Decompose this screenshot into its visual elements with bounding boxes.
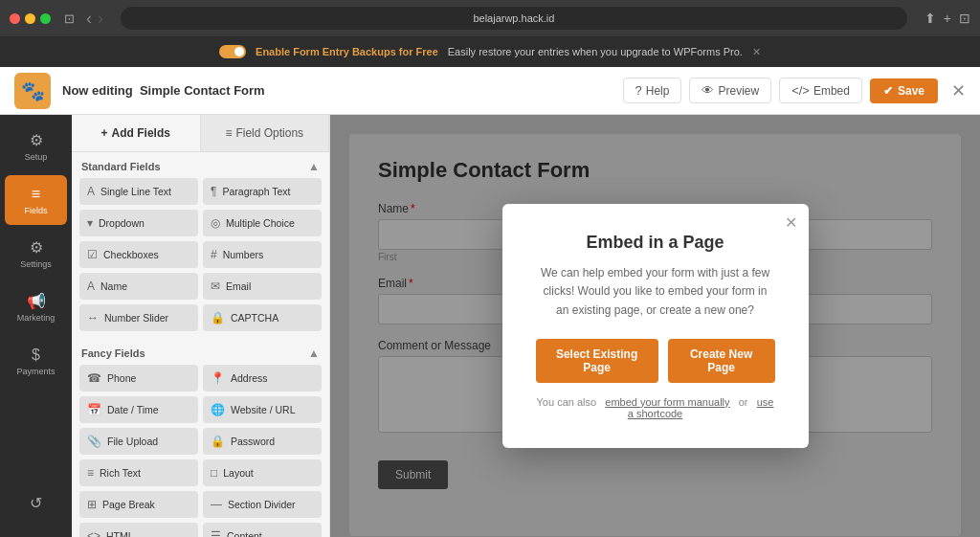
fields-panel: + Add Fields ≡ Field Options Standard Fi… — [72, 115, 330, 537]
modal-close-icon: ✕ — [785, 214, 797, 231]
notification-bar: Enable Form Entry Backups for Free Easil… — [0, 36, 980, 67]
website-icon: 🌐 — [211, 403, 225, 416]
forward-button[interactable]: › — [98, 9, 103, 29]
sidebar-item-undo[interactable]: ↺ — [5, 478, 67, 527]
sidebar-item-settings[interactable]: ⚙ Settings — [5, 229, 67, 279]
back-button[interactable]: ‹ — [86, 9, 92, 29]
tab-field-options[interactable]: ≡ Field Options — [201, 115, 330, 151]
field-file-upload[interactable]: 📎 File Upload — [79, 428, 198, 455]
section-divider-icon: — — [211, 498, 222, 511]
notification-desc: Easily restore your entries when you upg… — [448, 46, 743, 57]
sidebar-label-fields: Fields — [24, 206, 47, 215]
tabs-icon[interactable]: ⊡ — [959, 11, 970, 26]
field-label: Phone — [107, 372, 136, 384]
tab-add-fields[interactable]: + Add Fields — [72, 115, 201, 151]
sidebar: ⚙ Setup ≡ Fields ⚙ Settings 📢 Marketing … — [0, 115, 72, 537]
field-website-url[interactable]: 🌐 Website / URL — [203, 396, 322, 423]
select-existing-page-button[interactable]: Select Existing Page — [536, 339, 658, 383]
field-number-slider[interactable]: ↔ Number Slider — [79, 304, 198, 331]
field-label: Multiple Choice — [226, 217, 295, 229]
field-label: Address — [231, 372, 268, 384]
close-editor-button[interactable]: ✕ — [951, 80, 966, 101]
field-rich-text[interactable]: ≡ Rich Text — [79, 459, 198, 486]
sidebar-label-marketing: Marketing — [17, 313, 56, 323]
sidebar-item-marketing[interactable]: 📢 Marketing — [5, 282, 67, 332]
field-label: Website / URL — [231, 404, 296, 415]
save-button[interactable]: ✔ Save — [870, 78, 938, 103]
address-bar[interactable]: belajarwp.hack.id — [121, 7, 907, 30]
standard-fields-grid: A Single Line Text ¶ Paragraph Text ▾ Dr… — [72, 178, 329, 339]
fancy-fields-toggle[interactable]: ▲ — [308, 347, 320, 360]
field-label: Number Slider — [104, 312, 168, 324]
field-label: Email — [226, 280, 251, 292]
field-content[interactable]: ☰ Content — [203, 523, 322, 537]
minimize-window-button[interactable] — [25, 13, 35, 24]
field-label: Page Break — [102, 499, 155, 510]
backup-toggle[interactable] — [219, 45, 246, 58]
embed-button[interactable]: </> Embed — [779, 78, 862, 103]
fields-icon: ≡ — [32, 186, 40, 203]
field-section-divider[interactable]: — Section Divider — [203, 491, 322, 518]
sidebar-item-setup[interactable]: ⚙ Setup — [5, 122, 67, 171]
help-button[interactable]: ? Help — [623, 78, 682, 103]
field-phone[interactable]: ☎ Phone — [79, 365, 198, 392]
notification-close-icon[interactable]: ✕ — [752, 46, 761, 58]
field-paragraph-text[interactable]: ¶ Paragraph Text — [203, 178, 322, 205]
field-label: Numbers — [223, 249, 264, 260]
field-name[interactable]: A Name — [79, 273, 198, 300]
slider-icon: ↔ — [87, 311, 99, 324]
browser-icons: ⬆ + ⊡ — [924, 11, 970, 26]
page-break-icon: ⊞ — [87, 498, 97, 511]
fancy-fields-header: Fancy Fields ▲ — [72, 339, 329, 365]
close-window-button[interactable] — [10, 13, 20, 24]
captcha-icon: 🔒 — [211, 311, 225, 324]
sidebar-label-settings: Settings — [20, 259, 52, 269]
preview-button[interactable]: 👁 Preview — [689, 78, 771, 103]
maximize-window-button[interactable] — [40, 13, 51, 24]
main-area: ⚙ Setup ≡ Fields ⚙ Settings 📢 Marketing … — [0, 115, 980, 537]
sidebar-item-fields[interactable]: ≡ Fields — [5, 175, 67, 225]
field-label: Content — [227, 530, 262, 537]
field-label: HTML — [106, 530, 134, 537]
embed-manually-link[interactable]: embed your form manually — [605, 396, 729, 408]
field-single-line-text[interactable]: A Single Line Text — [79, 178, 198, 205]
browser-controls: ⊡ — [64, 11, 75, 26]
sidebar-label-setup: Setup — [25, 152, 48, 162]
traffic-lights — [10, 13, 51, 24]
undo-icon: ↺ — [30, 494, 42, 512]
app-container: 🐾 Now editing Simple Contact Form ? Help… — [0, 67, 980, 537]
field-email[interactable]: ✉ Email — [203, 273, 322, 300]
field-captcha[interactable]: 🔒 CAPTCHA — [203, 304, 322, 331]
content-icon: ☰ — [211, 529, 221, 537]
modal-description: We can help embed your form with just a … — [536, 264, 775, 320]
field-label: File Upload — [107, 436, 158, 447]
field-page-break[interactable]: ⊞ Page Break — [79, 491, 198, 518]
checkboxes-icon: ☑ — [87, 248, 98, 261]
form-canvas: Simple Contact Form Name * First — [330, 115, 980, 537]
field-multiple-choice[interactable]: ◎ Multiple Choice — [203, 210, 322, 236]
field-html[interactable]: <> HTML — [79, 523, 198, 537]
field-numbers[interactable]: # Numbers — [203, 241, 322, 268]
standard-fields-header: Standard Fields ▲ — [72, 152, 329, 178]
editing-prefix: Now editing — [62, 83, 133, 98]
field-password[interactable]: 🔒 Password — [203, 428, 322, 455]
standard-fields-toggle[interactable]: ▲ — [308, 160, 320, 173]
field-checkboxes[interactable]: ☑ Checkboxes — [79, 241, 198, 268]
modal-overlay: ✕ Embed in a Page We can help embed your… — [330, 115, 980, 537]
field-label: Rich Text — [100, 467, 141, 479]
share-icon[interactable]: ⬆ — [924, 11, 936, 26]
field-label: CAPTCHA — [231, 312, 278, 324]
paragraph-icon: ¶ — [211, 185, 216, 198]
html-icon: <> — [87, 529, 100, 537]
field-address[interactable]: 📍 Address — [203, 365, 322, 392]
url-text: belajarwp.hack.id — [473, 12, 554, 24]
field-layout[interactable]: □ Layout — [203, 459, 322, 486]
modal-close-button[interactable]: ✕ — [785, 213, 797, 232]
dropdown-icon: ▾ — [87, 216, 93, 230]
new-tab-icon[interactable]: + — [944, 11, 951, 26]
field-datetime[interactable]: 📅 Date / Time — [79, 396, 198, 423]
field-dropdown[interactable]: ▾ Dropdown — [79, 210, 198, 236]
sidebar-item-payments[interactable]: $ Payments — [5, 336, 67, 386]
create-new-page-button[interactable]: Create New Page — [668, 339, 775, 383]
field-label: Section Divider — [228, 499, 296, 510]
